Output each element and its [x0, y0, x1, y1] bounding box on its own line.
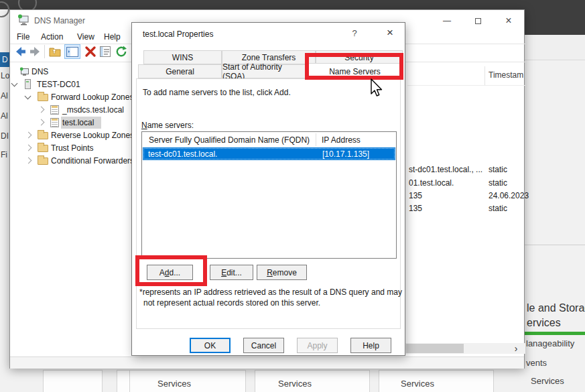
background-dark-block	[525, 0, 585, 35]
tile-row-manageability[interactable]: lanageability	[526, 338, 574, 348]
tab-general[interactable]: General	[138, 64, 222, 78]
apply-button[interactable]: Apply	[297, 338, 338, 353]
label-part: emove	[273, 268, 297, 277]
record-name-cell: 135	[409, 204, 422, 213]
tree-row-forward-zones[interactable]: Forward Lookup Zones	[10, 91, 137, 104]
chevron-right-icon[interactable]	[38, 107, 45, 113]
column-header-fqdn[interactable]: Server Fully Qualified Domain Name (FQDN…	[149, 135, 310, 145]
tree-row-test-local-zone[interactable]: test.local	[10, 117, 137, 129]
tab-label: WINS	[172, 53, 193, 62]
record-timestamp-cell: static	[489, 165, 507, 174]
column-divider[interactable]	[316, 133, 316, 146]
sidebar-item-file-storage[interactable]: Fi	[0, 150, 9, 159]
sidebar-item-dns[interactable]: DI	[0, 131, 9, 141]
tree-label: _msdcs.test.local	[62, 105, 124, 115]
folder-icon	[38, 145, 48, 152]
record-timestamp-cell: static	[489, 178, 507, 188]
record-name-cell: 01.test.local.	[409, 178, 454, 188]
tile-row-services[interactable]: Services	[144, 379, 204, 389]
chevron-right-icon[interactable]	[25, 132, 32, 139]
chevron-right-icon[interactable]	[25, 145, 32, 151]
label-rest: ame servers:	[147, 121, 194, 130]
refresh-icon[interactable]	[115, 45, 128, 58]
tree-label: DNS	[31, 67, 48, 76]
dns-manager-app-icon	[17, 14, 29, 25]
tree-label: Forward Lookup Zones	[51, 92, 133, 102]
tile-heading-line2: ervices	[527, 317, 561, 329]
tree-row-conditional-forwarders[interactable]: Conditional Forwarders	[10, 155, 137, 168]
column-header-ip[interactable]: IP Address	[322, 135, 361, 145]
tile-row-services[interactable]: Services	[387, 379, 448, 389]
remove-button[interactable]: Remove	[257, 265, 307, 280]
column-header-timestamp[interactable]: Timestam	[489, 70, 523, 80]
fqdn-cell: test-dc01.test.local.	[148, 149, 217, 159]
background-ribbon	[525, 35, 585, 60]
annotation-box-add-button	[135, 255, 207, 286]
chevron-right-icon[interactable]	[25, 157, 32, 164]
menu-view[interactable]: View	[77, 32, 94, 42]
export-list-icon[interactable]	[48, 45, 62, 58]
chevron-down-icon[interactable]	[25, 93, 31, 100]
scrollbar-thumb[interactable]	[406, 344, 464, 353]
sidebar-item-dashboard[interactable]: D	[0, 52, 9, 67]
tile-row-events[interactable]: vents	[526, 358, 547, 368]
screenshot-stage: D Lo Al Al DI Fi le and Storag ervices l…	[0, 0, 585, 392]
sidebar-item-all-servers[interactable]: Al	[0, 91, 9, 101]
ok-button[interactable]: OK	[190, 338, 231, 353]
chevron-down-icon[interactable]	[11, 80, 18, 87]
status-bar	[10, 356, 524, 369]
show-console-tree-icon[interactable]	[64, 44, 80, 59]
access-key: R	[267, 268, 273, 277]
record-timestamp-cell: 24.06.2023	[489, 191, 529, 200]
instruction-text: To add name servers to the list, click A…	[143, 88, 291, 97]
zone-file-icon	[50, 105, 59, 115]
forward-icon[interactable]	[28, 45, 42, 58]
label-part: dit...	[226, 268, 242, 277]
server-icon	[25, 79, 31, 89]
menu-help[interactable]: Help	[104, 32, 121, 42]
menu-action[interactable]: Action	[41, 32, 63, 42]
tile-row-services[interactable]: Services	[531, 376, 564, 386]
chevron-right-icon[interactable]	[38, 119, 45, 126]
tab-soa[interactable]: Start of Authority (SOA)	[222, 64, 307, 78]
zone-file-icon	[50, 118, 59, 127]
name-server-row-selected[interactable]: test-dc01.test.local. [10.17.1.135]	[143, 147, 395, 160]
background-dark-strip	[0, 0, 585, 9]
cancel-button[interactable]: Cancel	[243, 338, 284, 353]
dialog-close-button[interactable]: ×	[380, 24, 400, 42]
record-name-cell: 135	[409, 191, 422, 200]
tile-heading-line1: le and Storag	[527, 302, 585, 314]
tree-row-trust-points[interactable]: Trust Points	[10, 142, 137, 155]
tile-top-border	[525, 245, 585, 245]
name-servers-list[interactable]: Server Fully Qualified Domain Name (FQDN…	[141, 131, 397, 259]
menu-file[interactable]: File	[17, 32, 29, 42]
sidebar-item-ad[interactable]: Al	[0, 111, 9, 121]
properties-icon[interactable]	[99, 45, 112, 58]
help-button[interactable]: Help	[350, 338, 391, 353]
tree-row-server[interactable]: TEST-DC01	[10, 78, 137, 91]
tab-wins[interactable]: WINS	[143, 50, 222, 64]
sidebar-item-local-server[interactable]: Lo	[0, 71, 9, 80]
toolbar-divider	[44, 45, 45, 58]
maximize-button[interactable]	[468, 13, 487, 29]
record-name-cell: st-dc01.test.local., ...	[409, 165, 482, 174]
tree-row-dns[interactable]: DNS	[10, 66, 137, 78]
minimize-button[interactable]: —	[438, 13, 456, 29]
dialog-help-button[interactable]: ?	[345, 24, 364, 42]
close-button[interactable]: ×	[499, 13, 518, 29]
tile-divider	[129, 370, 130, 392]
edit-button[interactable]: Edit...	[210, 265, 253, 280]
annotation-box-name-servers-tab	[305, 53, 403, 80]
access-key: E	[221, 268, 226, 277]
dns-root-icon	[19, 67, 29, 76]
tree-row-msdcs-zone[interactable]: _msdcs.test.local	[10, 104, 137, 117]
tree-label: test.local	[62, 118, 94, 127]
column-divider[interactable]	[484, 66, 485, 85]
delete-icon[interactable]	[84, 45, 97, 58]
window-title: DNS Manager	[34, 16, 85, 25]
tree-row-reverse-zones[interactable]: Reverse Lookup Zones	[10, 129, 137, 142]
back-icon[interactable]	[14, 45, 27, 58]
mouse-cursor-icon	[369, 78, 384, 98]
tile-row-services[interactable]: Services	[265, 379, 325, 389]
scrollbar-right-arrow-icon[interactable]: ›	[510, 343, 522, 354]
